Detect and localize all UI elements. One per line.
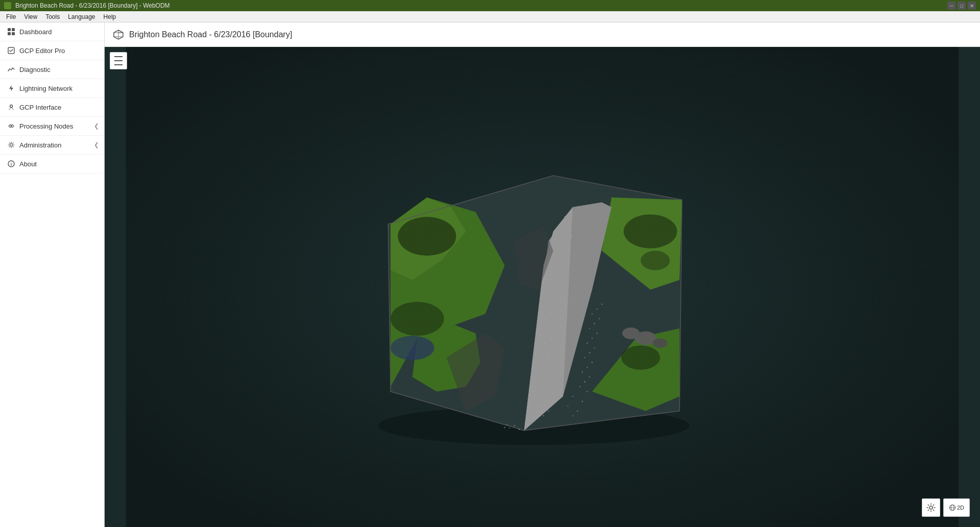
svg-point-103: [599, 318, 600, 319]
menu-language[interactable]: Language: [64, 12, 99, 21]
svg-point-63: [553, 299, 554, 300]
svg-point-93: [587, 367, 588, 368]
svg-point-59: [544, 318, 545, 319]
svg-point-74: [558, 245, 559, 246]
sidebar-item-gcp-editor-pro[interactable]: GCP Editor Pro: [0, 41, 104, 60]
sidebar-item-gcp-interface[interactable]: GCP Interface: [0, 98, 104, 117]
sidebar-item-diagnostic[interactable]: Diagnostic: [0, 60, 104, 79]
menu-help[interactable]: Help: [100, 12, 120, 21]
svg-point-52: [548, 352, 549, 353]
menu-tools[interactable]: Tools: [41, 12, 64, 21]
svg-point-62: [547, 304, 548, 305]
administration-icon: [7, 141, 15, 149]
administration-chevron: ❮: [94, 141, 99, 148]
settings-icon: [926, 503, 936, 512]
svg-point-69: [559, 270, 560, 271]
viewer-menu-toggle[interactable]: [110, 52, 127, 69]
svg-point-46: [541, 382, 542, 383]
3d-viewer[interactable]: 2D: [105, 47, 980, 527]
svg-point-108: [509, 428, 510, 429]
svg-point-53: [554, 347, 555, 348]
2d-label: 2D: [957, 505, 964, 511]
svg-point-49: [546, 367, 547, 368]
svg-point-77: [561, 231, 562, 232]
svg-point-47: [548, 377, 549, 378]
sidebar-label-processing-nodes: Processing Nodes: [19, 122, 74, 130]
svg-point-67: [562, 280, 564, 281]
svg-point-58: [554, 323, 555, 324]
menu-view[interactable]: View: [20, 12, 41, 21]
viewer-2d-button[interactable]: 2D: [943, 498, 970, 517]
svg-point-40: [548, 411, 549, 412]
svg-point-80: [565, 216, 566, 217]
svg-rect-2: [8, 32, 11, 35]
svg-point-90: [584, 381, 585, 382]
svg-point-65: [550, 289, 551, 290]
svg-point-96: [589, 352, 590, 353]
svg-point-99: [592, 338, 593, 339]
sidebar-label-gcp-editor-pro: GCP Editor Pro: [19, 47, 65, 55]
svg-point-78: [568, 226, 569, 227]
sidebar-item-administration[interactable]: Administration ❮: [0, 136, 104, 155]
svg-point-86: [582, 400, 583, 401]
svg-point-83: [572, 415, 573, 416]
svg-point-57: [547, 328, 548, 329]
svg-point-61: [557, 309, 558, 310]
svg-point-106: [601, 304, 602, 305]
app-layout: Dashboard GCP Editor Pro Diagnostic: [0, 22, 980, 527]
svg-point-45: [550, 386, 551, 387]
location-icon: [7, 103, 15, 111]
menubar: File View Tools Language Help: [0, 11, 980, 22]
minimize-button[interactable]: ─: [947, 2, 955, 10]
sidebar-label-lightning-network: Lightning Network: [19, 85, 72, 92]
sidebar-item-processing-nodes[interactable]: Processing Nodes ❮: [0, 117, 104, 136]
titlebar-title: Brighton Beach Road - 6/23/2016 [Boundar…: [15, 2, 170, 9]
svg-point-79: [574, 221, 575, 222]
svg-point-85: [568, 406, 569, 407]
svg-rect-3: [12, 32, 15, 35]
sidebar-label-administration: Administration: [19, 141, 61, 149]
hamburger-line-2: [114, 60, 122, 61]
sidebar-label-gcp-interface: GCP Interface: [19, 104, 61, 111]
svg-point-71: [556, 260, 557, 261]
titlebar: Brighton Beach Road - 6/23/2016 [Boundar…: [0, 0, 980, 11]
restore-button[interactable]: □: [958, 2, 966, 10]
svg-point-39: [543, 415, 544, 416]
page-title: Brighton Beach Road - 6/23/2016 [Boundar…: [129, 30, 292, 39]
viewer-settings-button[interactable]: [922, 498, 940, 517]
titlebar-controls[interactable]: ─ □ ✕: [947, 2, 976, 10]
svg-point-70: [566, 265, 567, 266]
svg-point-107: [514, 425, 515, 426]
svg-point-95: [584, 357, 585, 358]
processing-nodes-icon: [7, 122, 15, 130]
sidebar-item-about[interactable]: i About: [0, 155, 104, 173]
close-button[interactable]: ✕: [968, 2, 976, 10]
svg-point-88: [586, 391, 587, 392]
lightning-icon: [7, 84, 15, 92]
globe-icon: [949, 504, 956, 511]
boundary-cube-icon: [113, 29, 124, 40]
sidebar-label-about: About: [19, 160, 37, 168]
sidebar-label-dashboard: Dashboard: [19, 28, 52, 36]
svg-point-81: [571, 212, 572, 213]
svg-point-76: [571, 236, 572, 237]
svg-point-84: [577, 410, 578, 411]
svg-point-64: [559, 294, 560, 295]
svg-text:i: i: [11, 162, 12, 167]
svg-point-66: [556, 284, 557, 285]
svg-point-44: [533, 391, 534, 392]
sidebar-item-lightning-network[interactable]: Lightning Network: [0, 79, 104, 98]
svg-point-41: [538, 406, 539, 407]
svg-point-94: [592, 362, 593, 363]
sidebar-label-diagnostic: Diagnostic: [19, 66, 51, 73]
svg-point-89: [579, 386, 580, 387]
page-header: Brighton Beach Road - 6/23/2016 [Boundar…: [105, 22, 980, 47]
menu-file[interactable]: File: [2, 12, 20, 21]
svg-point-101: [589, 328, 590, 329]
svg-point-60: [550, 313, 551, 314]
hamburger-line-1: [114, 56, 122, 57]
sidebar-item-dashboard[interactable]: Dashboard: [0, 22, 104, 41]
svg-point-48: [555, 371, 556, 372]
about-icon: i: [7, 160, 15, 168]
main-content: Brighton Beach Road - 6/23/2016 [Boundar…: [105, 22, 980, 527]
